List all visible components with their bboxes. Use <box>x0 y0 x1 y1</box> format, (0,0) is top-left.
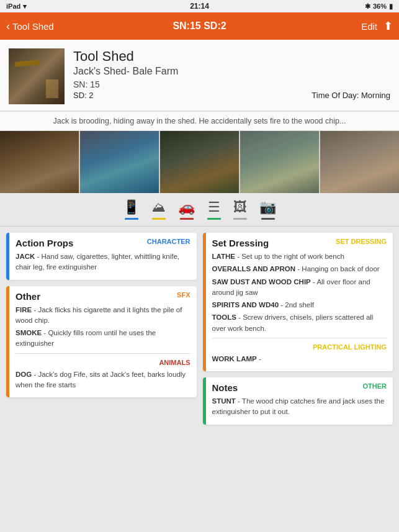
entry-key-worklamp: WORK LAMP <box>212 355 257 363</box>
entry-key-tools: TOOLS <box>212 313 236 321</box>
entry-jack-props: JACK - Hand saw, cigarettes, lighter, wh… <box>16 251 191 273</box>
phone-icon: 📱 <box>123 199 140 215</box>
toolbar-item-vehicle[interactable]: 🚗 <box>178 199 195 220</box>
entry-key-smoke: SMOKE <box>16 329 42 336</box>
nav-title: SN:15 SD:2 <box>173 20 226 32</box>
entry-key-stunt: STUNT <box>212 397 236 405</box>
entry-stunt: STUNT - The wood chip catches fire and j… <box>212 396 387 418</box>
notes-header: Notes OTHER <box>212 382 387 393</box>
share-button[interactable]: ⬆ <box>383 19 393 33</box>
action-props-card: Action Props CHARACTER JACK - Hand saw, … <box>6 233 197 280</box>
notes-title: Notes <box>212 382 238 393</box>
main-content: Action Props CHARACTER JACK - Hand saw, … <box>0 227 399 431</box>
notes-category: OTHER <box>363 382 387 390</box>
vehicle-indicator <box>180 218 194 220</box>
photos-strip <box>0 131 399 193</box>
scene-description: Jack is brooding, hiding away in the she… <box>0 111 399 131</box>
thumbnail-image <box>9 48 65 104</box>
entry-val-spirits: - 2nd shelf <box>279 301 314 309</box>
entry-key-spirits: SPIRITS AND WD40 <box>212 301 279 309</box>
status-bar: iPad ▾ 21:14 ✱ 36% ▮ <box>0 0 399 12</box>
header-sd-row: SD: 2 Time Of Day: Morning <box>73 91 390 100</box>
back-chevron-icon: ‹ <box>6 20 10 33</box>
toolbar-item-scene[interactable]: ⛰ <box>152 199 166 220</box>
scene-indicator <box>152 218 166 220</box>
photo-1[interactable] <box>0 131 79 193</box>
entry-val-worklamp: - <box>257 355 261 363</box>
status-time: 21:14 <box>190 2 209 11</box>
entry-key-fire: FIRE <box>16 306 32 313</box>
entry-val-fire: - Jack flicks his cigarette and it light… <box>16 306 182 324</box>
scene-icon: ⛰ <box>152 199 166 215</box>
photo-5[interactable] <box>320 131 399 193</box>
edit-button[interactable]: Edit <box>361 21 377 32</box>
toolbar-item-phone[interactable]: 📱 <box>123 199 140 220</box>
set-dressing-card: Set Dressing SET DRESSING LATHE - Set up… <box>203 233 393 371</box>
back-button[interactable]: ‹ Tool Shed <box>6 20 54 33</box>
status-right: ✱ 36% ▮ <box>365 2 393 11</box>
nav-right: Edit ⬆ <box>361 19 393 33</box>
entry-sawdust: SAW DUST AND WOOD CHIP - All over floor … <box>212 277 387 299</box>
entry-val-tools: - Screw drivers, chisels, pliers scatter… <box>212 313 374 331</box>
entry-dog: DOG - Jack's dog Fife, sits at Jack's fe… <box>16 369 191 391</box>
photo-3[interactable] <box>160 131 239 193</box>
list-indicator <box>207 218 221 220</box>
notes-card: Notes OTHER STUNT - The wood chip catche… <box>203 377 393 425</box>
battery-icon: ▮ <box>389 2 393 11</box>
action-props-category: CHARACTER <box>147 238 191 245</box>
other-category-animals: ANIMALS <box>159 359 190 366</box>
practical-body: WORK LAMP - <box>212 354 387 364</box>
image-indicator <box>233 218 247 220</box>
scene-title: Tool Shed <box>73 48 390 65</box>
other-category-sfx: SFX <box>177 291 190 299</box>
toolbar-item-image[interactable]: 🖼 <box>233 199 247 220</box>
entry-key-overalls: OVERALLS AND APRON <box>212 265 296 273</box>
other-card: Other SFX FIRE - Jack flicks his cigaret… <box>6 286 197 398</box>
camera-icon: 📷 <box>259 199 276 215</box>
entry-smoke: SMOKE - Quickly fills room until he uses… <box>16 328 191 349</box>
battery-label: 36% <box>373 2 387 10</box>
entry-tools: TOOLS - Screw drivers, chisels, pliers s… <box>212 312 387 334</box>
header-section: Tool Shed Jack's Shed- Bale Farm SN: 15 … <box>0 40 399 111</box>
image-icon: 🖼 <box>233 199 247 215</box>
notes-content: Notes OTHER STUNT - The wood chip catche… <box>206 377 393 425</box>
toolbar: 📱 ⛰ 🚗 ☰ 🖼 📷 <box>0 193 399 227</box>
shot-day: SD: 2 <box>73 91 94 100</box>
carrier-label: iPad <box>6 2 20 10</box>
entry-val-stunt: - The wood chip catches fire and jack us… <box>212 397 385 415</box>
set-dressing-content: Set Dressing SET DRESSING LATHE - Set up… <box>206 233 393 371</box>
photo-2[interactable] <box>80 131 159 193</box>
set-dressing-category: SET DRESSING <box>336 238 387 245</box>
entry-val-lathe: - Set up to the right of work bench <box>235 253 344 260</box>
entry-lathe: LATHE - Set up to the right of work benc… <box>212 251 387 262</box>
toolbar-item-list[interactable]: ☰ <box>207 199 221 220</box>
scene-subtitle: Jack's Shed- Bale Farm <box>73 66 390 77</box>
status-left: iPad ▾ <box>6 2 27 11</box>
set-dressing-title: Set Dressing <box>212 238 269 248</box>
other-body: FIRE - Jack flicks his cigarette and it … <box>16 305 191 349</box>
list-icon: ☰ <box>208 199 220 215</box>
set-dressing-header: Set Dressing SET DRESSING <box>212 238 387 248</box>
practical-lighting-category: PRACTICAL LIGHTING <box>313 343 387 351</box>
set-dressing-divider <box>212 338 387 338</box>
action-props-title: Action Props <box>16 238 73 248</box>
notes-body: STUNT - The wood chip catches fire and j… <box>212 396 387 418</box>
other-divider <box>16 353 191 354</box>
bluetooth-icon: ✱ <box>365 2 370 11</box>
car-icon: 🚗 <box>178 199 195 215</box>
entry-spirits: SPIRITS AND WD40 - 2nd shelf <box>212 300 387 310</box>
back-label: Tool Shed <box>12 21 54 32</box>
phone-indicator <box>125 218 138 220</box>
other-body-animals: DOG - Jack's dog Fife, sits at Jack's fe… <box>16 369 191 391</box>
scene-thumbnail <box>9 48 65 104</box>
other-content: Other SFX FIRE - Jack flicks his cigaret… <box>9 286 197 398</box>
entry-val-overalls: - Hanging on back of door <box>295 265 380 273</box>
photo-4[interactable] <box>240 131 319 193</box>
action-props-header: Action Props CHARACTER <box>16 238 191 248</box>
header-info: Tool Shed Jack's Shed- Bale Farm SN: 15 … <box>73 48 390 104</box>
toolbar-item-camera[interactable]: 📷 <box>259 199 276 220</box>
entry-worklamp: WORK LAMP - <box>212 354 387 364</box>
wifi-icon: ▾ <box>23 2 27 11</box>
set-dressing-body: LATHE - Set up to the right of work benc… <box>212 251 387 334</box>
entry-key-lathe: LATHE <box>212 253 235 260</box>
